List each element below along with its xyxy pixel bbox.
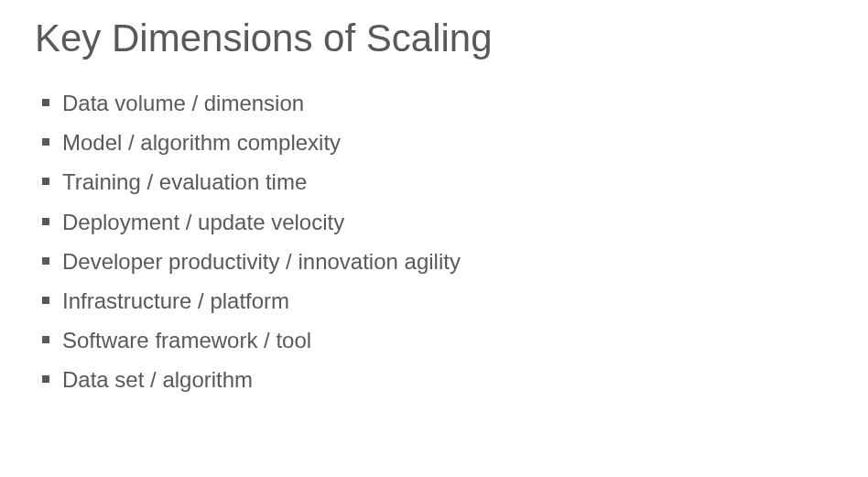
bullet-icon — [42, 218, 49, 225]
bullet-text: Software framework / tool — [62, 323, 833, 357]
bullet-icon — [42, 138, 49, 146]
list-item: Deployment / update velocity — [42, 205, 833, 239]
bullet-icon — [42, 375, 49, 383]
bullet-text: Deployment / update velocity — [62, 205, 833, 239]
slide-title: Key Dimensions of Scaling — [35, 16, 833, 60]
list-item: Data volume / dimension — [42, 86, 833, 120]
bullet-text: Training / evaluation time — [62, 165, 833, 199]
bullet-icon — [42, 297, 49, 304]
list-item: Model / algorithm complexity — [42, 125, 833, 159]
list-item: Developer productivity / innovation agil… — [42, 244, 833, 278]
list-item: Data set / algorithm — [42, 363, 833, 396]
bullet-icon — [42, 178, 49, 185]
bullet-list: Data volume / dimension Model / algorith… — [35, 86, 833, 397]
bullet-text: Model / algorithm complexity — [62, 125, 833, 159]
bullet-text: Data set / algorithm — [62, 363, 833, 396]
bullet-icon — [42, 257, 49, 265]
bullet-icon — [42, 99, 49, 106]
list-item: Infrastructure / platform — [42, 284, 833, 318]
list-item: Training / evaluation time — [42, 165, 833, 199]
bullet-text: Data volume / dimension — [62, 86, 833, 120]
bullet-text: Developer productivity / innovation agil… — [62, 244, 833, 278]
bullet-icon — [42, 336, 49, 343]
list-item: Software framework / tool — [42, 323, 833, 357]
bullet-text: Infrastructure / platform — [62, 284, 833, 318]
